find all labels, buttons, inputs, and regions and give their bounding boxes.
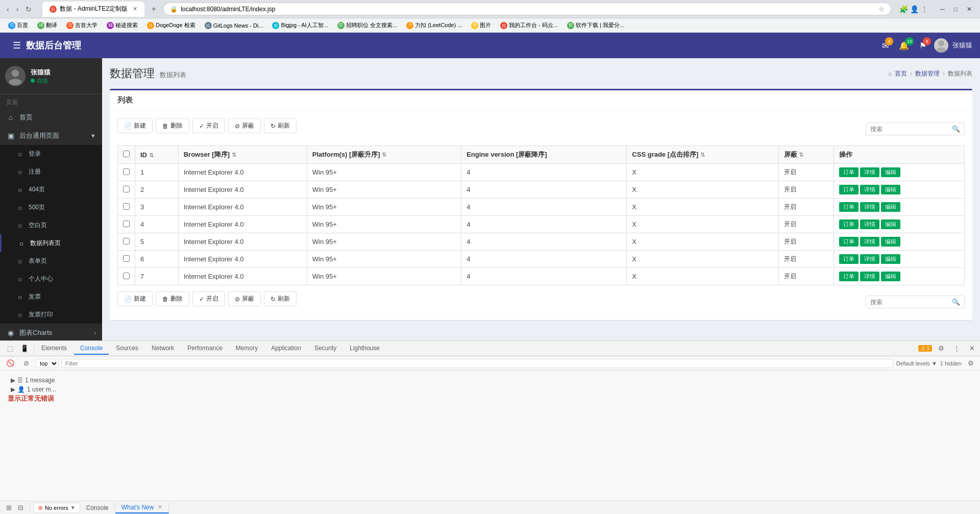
search-input[interactable] [870, 126, 952, 133]
console-filter-toggle[interactable]: ⊘ [20, 358, 32, 369]
forward-button[interactable]: › [14, 4, 21, 14]
sidebar-item-login[interactable]: ○ 登录 [0, 145, 102, 163]
bookmark-leetcode[interactable]: 力 力扣 (LeetCode) ... [402, 20, 466, 30]
bottom-tab-console[interactable]: Console [80, 503, 115, 513]
bottom-block-button[interactable]: ⊘ 屏蔽 [228, 291, 261, 306]
address-bar[interactable]: 🔒 ☆ [163, 3, 891, 15]
sidebar-item-datalist[interactable]: ○ 数据列表页 [0, 234, 102, 252]
order-button[interactable]: 订单 [839, 272, 859, 281]
close-button[interactable]: ✕ [963, 5, 976, 14]
row-checkbox[interactable] [123, 186, 130, 192]
sidebar-item-invoice[interactable]: ○ 发票 [0, 288, 102, 306]
devtools-settings-button[interactable]: ⚙ [935, 343, 947, 354]
tab-memory[interactable]: Memory [230, 342, 264, 355]
extensions-button[interactable]: 🧩 [899, 5, 908, 13]
sidebar-toggle[interactable]: ☰ [8, 37, 26, 54]
tab-performance[interactable]: Performance [181, 342, 229, 355]
minimize-button[interactable]: ─ [936, 5, 949, 14]
bookmark-images[interactable]: 图 图片 [467, 20, 495, 30]
tab-security[interactable]: Security [308, 342, 342, 355]
tab-network[interactable]: Network [145, 342, 180, 355]
sort-icon[interactable]: ⇅ [149, 152, 154, 158]
sidebar-item-charts[interactable]: ◉ 图表Charts › [0, 324, 102, 340]
row-checkbox[interactable] [123, 255, 130, 262]
bookmark-jishou[interactable]: 吉 吉首大学 [62, 20, 102, 30]
tab-console[interactable]: Console [74, 342, 109, 355]
detail-button[interactable]: 详情 [860, 202, 879, 212]
detail-button[interactable]: 详情 [860, 185, 879, 194]
bookmark-baidu[interactable]: 百 百度 [4, 20, 32, 30]
url-input[interactable] [181, 6, 875, 13]
console-clear-button[interactable]: 🚫 [3, 358, 17, 369]
bottom-new-button[interactable]: 📄 新建 [117, 291, 153, 306]
row-checkbox[interactable] [123, 168, 130, 175]
edit-button[interactable]: 编辑 [881, 254, 900, 264]
bell-notification-button[interactable]: 🔔 10 [896, 38, 912, 53]
flag-notification-button[interactable]: ⚑ 9 [917, 38, 929, 53]
console-filter-input[interactable] [62, 359, 893, 368]
sidebar-item-blank[interactable]: ○ 空白页 [0, 216, 102, 234]
block-button[interactable]: ⊘ 屏蔽 [228, 118, 261, 133]
order-button[interactable]: 订单 [839, 202, 859, 212]
breadcrumb-home-link[interactable]: 首页 [895, 69, 907, 78]
bottom-refresh-button[interactable]: ↻ 刷新 [264, 291, 297, 306]
reload-button[interactable]: ↻ [23, 4, 34, 14]
default-levels-button[interactable]: Default levels ▼ [896, 360, 937, 366]
search-box[interactable]: 🔍 [866, 123, 965, 135]
message-row-2[interactable]: ▶ 👤 1 user m... [8, 385, 972, 394]
row-checkbox[interactable] [123, 273, 130, 279]
devtools-more-button[interactable]: ⋮ [950, 343, 963, 354]
bottom-search-submit-button[interactable]: 🔍 [952, 298, 960, 306]
browser-tab-active[interactable]: ⊙ 数据 - AdminLTE2定制版 ✕ [42, 2, 144, 17]
new-tab-button[interactable]: + [149, 4, 159, 15]
tab-sources[interactable]: Sources [110, 342, 144, 355]
refresh-button[interactable]: ↻ 刷新 [264, 118, 297, 133]
message-row-1[interactable]: ▶ ☰ 1 message [8, 376, 972, 385]
row-checkbox[interactable] [123, 203, 130, 210]
breadcrumb-parent-link[interactable]: 数据管理 [915, 69, 940, 78]
sort-icon[interactable]: ⇅ [700, 152, 705, 158]
menu-button[interactable]: ⋮ [921, 5, 928, 13]
device-mode-button[interactable]: 📱 [17, 343, 32, 354]
order-button[interactable]: 订单 [839, 219, 859, 229]
edit-button[interactable]: 编辑 [881, 185, 900, 194]
edit-button[interactable]: 编辑 [881, 219, 900, 229]
bottom-enable-button[interactable]: ✓ 开启 [192, 291, 225, 306]
select-all-checkbox[interactable] [123, 151, 130, 157]
sidebar-item-500[interactable]: ○ 500页 [0, 199, 102, 216]
tab-elements[interactable]: Elements [35, 342, 73, 355]
tab-lighthouse[interactable]: Lighthouse [344, 342, 386, 355]
order-button[interactable]: 订单 [839, 185, 859, 194]
inspect-element-button[interactable]: ⬚ [4, 343, 16, 354]
bottom-search-input[interactable] [870, 299, 952, 306]
sidebar-item-profile[interactable]: ○ 个人中心 [0, 270, 102, 288]
console-settings-button[interactable]: ⚙ [965, 358, 977, 369]
detail-button[interactable]: 详情 [860, 237, 879, 247]
bookmark-gitee[interactable]: G 我的工作台 - 码云... [496, 20, 562, 30]
edit-button[interactable]: 编辑 [881, 237, 900, 247]
sidebar-item-register[interactable]: ○ 注册 [0, 163, 102, 181]
sort-icon[interactable]: ⇅ [232, 152, 236, 158]
detail-button[interactable]: 详情 [860, 219, 879, 229]
bookmark-translate[interactable]: 译 翻译 [33, 20, 61, 30]
bottom-tab-whatsnew[interactable]: What's New ✕ [115, 502, 169, 513]
sidebar-item-invoice-print[interactable]: ○ 发票打印 [0, 306, 102, 324]
back-button[interactable]: ‹ [4, 4, 12, 14]
bottom-search-box[interactable]: 🔍 [866, 296, 965, 308]
delete-button[interactable]: 🗑 删除 [156, 118, 189, 133]
detail-button[interactable]: 详情 [860, 254, 879, 264]
browser-action-buttons[interactable]: 🧩 👤 ⋮ [899, 5, 928, 13]
sort-icon[interactable]: ⇅ [382, 152, 386, 158]
bottom-expand-button[interactable]: ⊞ [3, 502, 15, 513]
row-checkbox[interactable] [123, 238, 130, 244]
browser-nav-controls[interactable]: ‹ › ↻ [4, 4, 34, 14]
maximize-button[interactable]: □ [950, 5, 962, 14]
edit-button[interactable]: 编辑 [881, 167, 900, 177]
no-errors-button[interactable]: ⊗ No errors ▼ [33, 503, 80, 513]
context-selector[interactable]: top [35, 359, 59, 368]
bottom-delete-button[interactable]: 🗑 删除 [156, 291, 189, 306]
sort-icon[interactable]: ⇅ [799, 152, 803, 158]
sidebar-item-backend[interactable]: ▣ 后台通用页面 ▼ [0, 127, 102, 145]
bookmark-miji[interactable]: 秘 秘迹搜索 [103, 20, 142, 30]
order-button[interactable]: 订单 [839, 237, 859, 247]
